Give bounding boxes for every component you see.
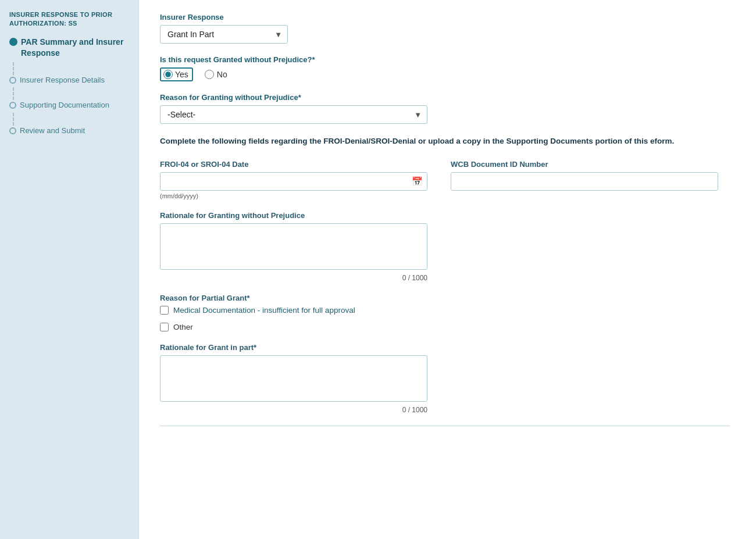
sidebar-item-par-summary[interactable]: PAR Summary and Insurer Response [9, 37, 129, 59]
radio-yes-label[interactable]: Yes [160, 67, 193, 81]
froi-date-input-wrapper: 📅 [160, 172, 427, 191]
radio-group-yes-no: Yes No [160, 67, 730, 81]
radio-yes-input[interactable] [163, 70, 173, 79]
radio-no-text: No [217, 70, 227, 79]
inactive-dot-icon-1 [9, 77, 16, 84]
rationale-grant-part-textarea-wrapper [160, 355, 730, 404]
froi-wcb-row: FROI-04 or SROI-04 Date 📅 (mm/dd/yyyy) W… [160, 160, 730, 199]
sidebar-item-label-1: Insurer Response Details [20, 75, 105, 85]
granted-without-prejudice-label: Is this request Granted without Prejudic… [160, 55, 730, 64]
sidebar-item-supporting-docs[interactable]: Supporting Documentation [9, 100, 129, 110]
radio-no-input[interactable] [205, 70, 214, 79]
other-checkbox[interactable] [160, 323, 169, 331]
rationale-granting-textarea-wrapper [160, 223, 730, 272]
rationale-grant-part-textarea[interactable] [160, 355, 427, 402]
froi-date-input[interactable] [160, 172, 427, 191]
other-label[interactable]: Other [173, 323, 193, 331]
reason-granting-select-wrapper: -Select- ▼ [160, 105, 427, 124]
sidebar-dashed-line-2 [13, 87, 129, 100]
rationale-grant-part-char-count: 0 / 1000 [160, 406, 427, 414]
medical-doc-checkbox-group: Medical Documentation - insufficient for… [160, 306, 730, 315]
form-section: Insurer Response Grant In Part ▼ Is this… [160, 13, 730, 426]
reason-partial-grant-label: Reason for Partial Grant* [160, 294, 730, 302]
insurer-response-row: Insurer Response Grant In Part ▼ [160, 13, 730, 44]
radio-yes-text: Yes [175, 70, 188, 79]
rationale-granting-row: Rationale for Granting without Prejudice… [160, 211, 730, 282]
sidebar-header: INSURER RESPONSE TO PRIOR AUTHORIZATION:… [9, 10, 129, 28]
radio-yes-wrapper: Yes [160, 67, 193, 81]
inactive-dot-icon-2 [9, 102, 16, 109]
sidebar-dashed-line-1 [13, 62, 129, 75]
rationale-grant-part-row: Rationale for Grant in part* 0 / 1000 [160, 343, 730, 414]
sidebar-item-label-2: Supporting Documentation [20, 100, 109, 110]
wcb-doc-label: WCB Document ID Number [451, 160, 718, 169]
reason-granting-label: Reason for Granting without Prejudice* [160, 93, 730, 102]
sidebar-active-label: PAR Summary and Insurer Response [21, 37, 129, 59]
rationale-grant-part-label: Rationale for Grant in part* [160, 343, 730, 352]
rationale-granting-textarea[interactable] [160, 223, 427, 270]
reason-granting-row: Reason for Granting without Prejudice* -… [160, 93, 730, 124]
granted-without-prejudice-row: Is this request Granted without Prejudic… [160, 55, 730, 81]
main-content: Insurer Response Grant In Part ▼ Is this… [138, 0, 756, 539]
inactive-dot-icon-3 [9, 127, 16, 134]
sidebar-item-review-submit[interactable]: Review and Submit [9, 126, 129, 136]
insurer-response-label: Insurer Response [160, 13, 730, 22]
froi-date-col: FROI-04 or SROI-04 Date 📅 (mm/dd/yyyy) [160, 160, 427, 199]
medical-doc-label[interactable]: Medical Documentation - insufficient for… [173, 306, 355, 315]
reason-granting-select[interactable]: -Select- [160, 105, 427, 124]
sidebar: INSURER RESPONSE TO PRIOR AUTHORIZATION:… [0, 0, 138, 539]
rationale-granting-label: Rationale for Granting without Prejudice [160, 211, 730, 220]
active-dot-icon [9, 38, 17, 46]
froi-date-label: FROI-04 or SROI-04 Date [160, 160, 427, 169]
sidebar-item-insurer-response-details[interactable]: Insurer Response Details [9, 75, 129, 85]
insurer-response-select-wrapper: Grant In Part ▼ [160, 25, 288, 44]
bottom-divider [160, 426, 730, 426]
date-hint: (mm/dd/yyyy) [160, 192, 427, 199]
wcb-doc-input[interactable] [451, 172, 718, 191]
sidebar-item-label-3: Review and Submit [20, 126, 85, 136]
insurer-response-select[interactable]: Grant In Part [160, 25, 288, 44]
radio-no-label[interactable]: No [205, 70, 227, 79]
wcb-doc-col: WCB Document ID Number [451, 160, 718, 191]
info-text: Complete the following fields regarding … [160, 135, 730, 147]
sidebar-dashed-line-3 [13, 113, 129, 126]
medical-doc-checkbox[interactable] [160, 306, 169, 315]
reason-partial-grant-row: Reason for Partial Grant* Medical Docume… [160, 294, 730, 331]
other-checkbox-group: Other [160, 323, 730, 331]
rationale-granting-char-count: 0 / 1000 [160, 274, 427, 282]
